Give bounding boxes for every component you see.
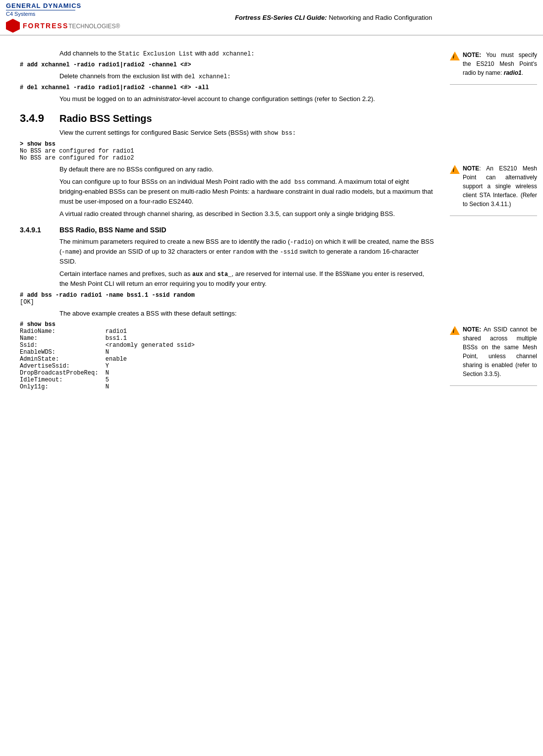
header-logos: GENERAL DYNAMICS C4 Systems FORTRESSTECH… xyxy=(6,2,120,33)
note-1: NOTE: You must specify the ES210 Mesh Po… xyxy=(450,51,537,85)
note-2: NOTE: An ES210 Mesh Point can alternativ… xyxy=(450,164,537,216)
cmd-del-xchannel: # del xchannel -radio radio1|radio2 -cha… xyxy=(20,84,434,91)
page-title: Fortress ES-Series CLI Guide: Networking… xyxy=(130,14,537,21)
note-3: NOTE: An SSID cannot be shared across mu… xyxy=(450,325,537,386)
cmd-show-bss-detail: # show bss RadioName: radio1 Name: bss1.… xyxy=(20,321,434,390)
section-3491-heading: 3.4.9.1 BSS Radio, BSS Name and SSID xyxy=(20,226,434,234)
fortress-logo: FORTRESSTECHNOLOGIES® xyxy=(6,19,120,33)
content-area: Add channels to the Static Exclusion Lis… xyxy=(0,41,444,401)
fortress-icon xyxy=(6,19,20,33)
admin-para: You must be logged on to an administrato… xyxy=(59,94,434,104)
cmd-add-xchannel: # add xchannel -radio radio1|radio2 -cha… xyxy=(20,61,434,68)
cmd-show-bss-output: > show bss No BSS are configured for rad… xyxy=(20,141,434,162)
above-example-para: The above example creates a BSS with the… xyxy=(59,309,434,319)
section-3491-content: The minimum parameters required to creat… xyxy=(59,237,434,289)
cmd-add-bss: # add bss -radio radio1 -name bss1.1 -ss… xyxy=(20,292,434,306)
page-header: GENERAL DYNAMICS C4 Systems FORTRESSTECH… xyxy=(0,0,543,36)
main-content: Add channels to the Static Exclusion Lis… xyxy=(0,36,543,406)
gd-logo: GENERAL DYNAMICS C4 Systems xyxy=(6,2,120,17)
add-channels-para: Add channels to the Static Exclusion Lis… xyxy=(59,49,434,58)
section-349-heading: 3.4.9 Radio BSS Settings xyxy=(20,112,434,125)
section-349-paras: By default there are no BSSs configured … xyxy=(59,164,434,219)
note-triangle-icon-2 xyxy=(450,165,460,174)
note-triangle-icon-3 xyxy=(450,326,460,335)
fortress-name: FORTRESS xyxy=(23,22,68,30)
technologies-label: TECHNOLOGIES® xyxy=(68,23,120,30)
note-triangle-icon xyxy=(450,52,460,60)
section-349-content: View the current settings for configured… xyxy=(59,128,434,138)
notes-sidebar: NOTE: You must specify the ES210 Mesh Po… xyxy=(444,41,543,401)
delete-channels-para: Delete channels from the exclusion list … xyxy=(59,71,434,81)
